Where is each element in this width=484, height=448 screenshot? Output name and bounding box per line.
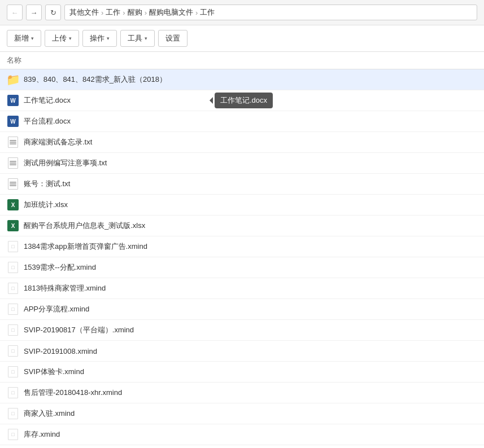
tools-dropdown-icon: ▾ xyxy=(145,36,147,41)
file-name: 测试用例编写注意事项.txt xyxy=(24,158,477,168)
list-item[interactable]: 📁839、840、841、842需求_新入驻（2018） xyxy=(0,69,484,90)
file-name: 平台流程.docx xyxy=(24,116,477,126)
list-item[interactable]: □库存.xmind xyxy=(0,424,484,445)
xmind-icon: □ xyxy=(7,240,19,253)
breadcrumb-part: 工作 xyxy=(200,7,215,17)
new-dropdown-icon: ▾ xyxy=(31,36,34,41)
xmind-icon: □ xyxy=(7,261,19,274)
nav-bar: ← → ↻ 其他文件 › 工作 › 醒购 › 醒购电脑文件 › 工作 xyxy=(0,0,484,25)
file-name: APP分享流程.xmind xyxy=(24,304,477,314)
list-item[interactable]: □售后管理-20180418-xhr.xmind xyxy=(0,383,484,403)
breadcrumb-sep: › xyxy=(145,8,147,17)
list-item[interactable]: 商家端测试备忘录.txt xyxy=(0,132,484,153)
list-item[interactable]: 测试用例编写注意事项.txt xyxy=(0,153,484,174)
file-name: SVIP-20190817（平台端）.xmind xyxy=(24,325,477,335)
xmind-icon: □ xyxy=(7,345,19,357)
list-item[interactable]: W工作笔记.docx工作笔记.docx xyxy=(0,90,484,111)
word-icon: W xyxy=(7,115,19,128)
txt-icon xyxy=(7,136,19,148)
list-item[interactable]: □1384需求app新增首页弹窗广告.xmind xyxy=(0,236,484,257)
file-name: 商家入驻.xmind xyxy=(24,409,477,419)
breadcrumb-sep: › xyxy=(123,8,125,17)
list-item[interactable]: □1539需求--分配.xmind xyxy=(0,257,484,278)
breadcrumb-part: 醒购电脑文件 xyxy=(149,7,193,17)
file-name: 商家端测试备忘录.txt xyxy=(24,137,477,147)
list-item[interactable]: □商家入驻.xmind xyxy=(0,403,484,424)
file-name: 账号：测试.txt xyxy=(24,179,477,189)
file-name: 1813特殊商家管理.xmind xyxy=(24,283,477,293)
breadcrumb-sep: › xyxy=(195,8,198,17)
upload-button[interactable]: 上传 ▾ xyxy=(45,30,79,47)
excel-icon: X xyxy=(7,199,19,211)
list-item[interactable]: □SVIP体验卡.xmind xyxy=(0,362,484,383)
breadcrumb: 其他文件 › 工作 › 醒购 › 醒购电脑文件 › 工作 xyxy=(64,5,477,20)
list-item[interactable]: □1813特殊商家管理.xmind xyxy=(0,278,484,299)
upload-dropdown-icon: ▾ xyxy=(69,36,72,41)
new-label: 新增 xyxy=(14,33,29,43)
column-header: 名称 xyxy=(0,52,484,69)
file-name: 库存.xmind xyxy=(24,429,477,440)
file-rows-container: 📁839、840、841、842需求_新入驻（2018）W工作笔记.docx工作… xyxy=(0,69,484,445)
file-list: 名称 📁839、840、841、842需求_新入驻（2018）W工作笔记.doc… xyxy=(0,52,484,445)
file-name: 售后管理-20180418-xhr.xmind xyxy=(24,388,477,398)
new-button[interactable]: 新增 ▾ xyxy=(7,30,41,47)
tools-label: 工具 xyxy=(128,33,142,43)
toolbar: 新增 ▾ 上传 ▾ 操作 ▾ 工具 ▾ 设置 xyxy=(0,25,484,52)
action-label: 操作 xyxy=(90,33,104,43)
xmind-icon: □ xyxy=(7,386,19,399)
breadcrumb-part: 其他文件 xyxy=(69,7,99,17)
back-button[interactable]: ← xyxy=(7,5,23,20)
xmind-icon: □ xyxy=(7,324,19,336)
file-name: SVIP-20191008.xmind xyxy=(24,347,477,355)
settings-button[interactable]: 设置 xyxy=(158,30,188,47)
action-button[interactable]: 操作 ▾ xyxy=(82,30,117,47)
tools-button[interactable]: 工具 ▾ xyxy=(120,30,155,47)
list-item[interactable]: W平台流程.docx xyxy=(0,111,484,132)
breadcrumb-part: 醒购 xyxy=(128,7,142,17)
file-name: 839、840、841、842需求_新入驻（2018） xyxy=(24,74,477,85)
txt-icon xyxy=(7,178,19,190)
file-name: 工作笔记.docx xyxy=(24,95,477,106)
name-column-header: 名称 xyxy=(7,55,21,65)
excel-icon: X xyxy=(7,219,19,232)
xmind-icon: □ xyxy=(7,282,19,295)
breadcrumb-part: 工作 xyxy=(106,7,120,17)
file-name: 1539需求--分配.xmind xyxy=(24,262,477,273)
xmind-icon: □ xyxy=(7,303,19,315)
xmind-icon: □ xyxy=(7,428,19,441)
list-item[interactable]: X加班统计.xlsx xyxy=(0,195,484,216)
word-icon: W xyxy=(7,94,19,107)
breadcrumb-sep: › xyxy=(101,8,103,17)
file-name: 1384需求app新增首页弹窗广告.xmind xyxy=(24,241,477,252)
folder-icon: 📁 xyxy=(7,73,19,86)
list-item[interactable]: 账号：测试.txt xyxy=(0,174,484,195)
xmind-icon: □ xyxy=(7,407,19,420)
list-item[interactable]: □SVIP-20190817（平台端）.xmind xyxy=(0,320,484,341)
action-dropdown-icon: ▾ xyxy=(107,36,110,41)
upload-label: 上传 xyxy=(52,33,67,43)
settings-label: 设置 xyxy=(165,33,180,43)
file-name: SVIP体验卡.xmind xyxy=(24,367,477,377)
list-item[interactable]: □SVIP-20191008.xmind xyxy=(0,341,484,362)
forward-button[interactable]: → xyxy=(26,5,42,20)
file-name: 醒购平台系统用户信息表_测试版.xlsx xyxy=(24,221,477,231)
refresh-button[interactable]: ↻ xyxy=(45,5,61,20)
txt-icon xyxy=(7,157,19,169)
xmind-icon: □ xyxy=(7,366,19,378)
file-name: 加班统计.xlsx xyxy=(24,200,477,210)
list-item[interactable]: □APP分享流程.xmind xyxy=(0,299,484,320)
list-item[interactable]: X醒购平台系统用户信息表_测试版.xlsx xyxy=(0,216,484,236)
